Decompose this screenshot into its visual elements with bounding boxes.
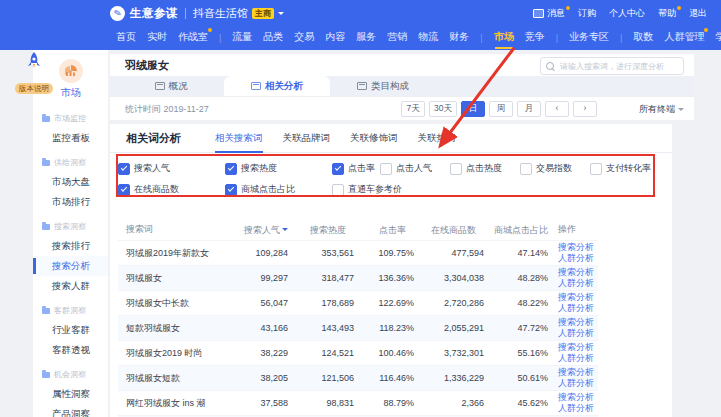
keyword-tab[interactable]: 概况 (118, 76, 224, 96)
nav-item[interactable]: 财务 (449, 26, 469, 50)
related-word-tab[interactable]: 关联修饰词 (350, 124, 398, 152)
metric-filter-item[interactable]: 点击热度 (450, 162, 520, 175)
filter-checkbox[interactable] (118, 163, 130, 175)
keyword-tab[interactable]: 相关分析 (224, 76, 330, 96)
range-button[interactable]: 日 (461, 101, 485, 117)
column-header[interactable]: 点击率 (364, 218, 424, 241)
nav-item[interactable]: 学院 (715, 26, 721, 50)
metric-filter-item[interactable]: 点击人气 (380, 162, 450, 175)
column-header[interactable]: 在线商品数 (424, 218, 494, 241)
header-link[interactable]: 个人中心 (609, 7, 645, 20)
sidebar-item[interactable]: 市场大盘 (33, 172, 108, 192)
related-word-tab[interactable]: 相关搜索词 (215, 124, 263, 152)
nav-item[interactable]: 流量 (232, 26, 252, 50)
board-icon (251, 82, 261, 90)
metric-filter-item[interactable]: 直通车参考价 (332, 183, 439, 196)
sort-icon[interactable] (282, 221, 288, 234)
nav-item[interactable]: 作战室 (178, 26, 208, 50)
action-link[interactable]: 搜索分析 (558, 392, 598, 403)
sidebar-item[interactable]: 搜索排行 (33, 236, 108, 256)
next-button[interactable]: › (573, 101, 597, 117)
filter-checkbox[interactable] (118, 184, 130, 196)
action-link[interactable]: 搜索分析 (558, 242, 598, 253)
sort-icon[interactable] (550, 221, 556, 234)
filter-checkbox[interactable] (450, 163, 462, 175)
sort-icon[interactable] (478, 221, 484, 234)
sidebar-item[interactable]: 行业客群 (33, 320, 108, 340)
range-button[interactable]: 7天 (401, 101, 425, 117)
nav-item[interactable]: 首页 (116, 26, 136, 50)
sidebar-item[interactable]: 监控看板 (33, 128, 108, 148)
nav-item[interactable]: 竞争 (525, 26, 545, 50)
action-link[interactable]: 人群分析 (558, 328, 598, 339)
action-link[interactable]: 人群分析 (558, 303, 598, 314)
filter-checkbox[interactable] (225, 184, 237, 196)
action-link[interactable]: 搜索分析 (558, 292, 598, 303)
sort-icon[interactable] (348, 221, 354, 234)
related-word-tab[interactable]: 关联品牌词 (283, 124, 331, 152)
metric-filter-item[interactable]: 搜索热度 (225, 162, 332, 175)
column-header[interactable]: 搜索人气 (236, 218, 298, 241)
nav-item[interactable]: 实时 (147, 26, 167, 50)
metric-filter-item[interactable]: 在线商品数 (118, 183, 225, 196)
nav-item[interactable]: 品类 (263, 26, 283, 50)
header-link[interactable]: 帮助 (658, 7, 676, 20)
notification-dot-icon (566, 6, 570, 10)
sidebar-item[interactable]: 产品洞察 (33, 404, 108, 417)
column-header[interactable]: 搜索热度 (298, 218, 364, 241)
chevron-down-icon[interactable] (278, 12, 284, 18)
nav-item[interactable]: 营销 (387, 26, 407, 50)
prev-button[interactable]: ‹ (545, 101, 569, 117)
sidebar-item[interactable]: 搜索人群 (33, 276, 108, 296)
store-name: 抖音生活馆 (193, 6, 248, 21)
sidebar-item[interactable]: 搜索分析 (33, 256, 108, 276)
nav-item[interactable]: 业务专区 (569, 26, 609, 50)
column-header[interactable]: 商城点击占比 (494, 218, 558, 241)
version-notes-float[interactable]: 版本说明 (10, 51, 58, 95)
sidebar-item[interactable]: 属性洞察 (33, 384, 108, 404)
metric-filter-item[interactable]: 搜索人气 (118, 162, 225, 175)
sidebar-item[interactable]: 市场排行 (33, 192, 108, 212)
action-link[interactable]: 人群分析 (558, 403, 598, 414)
sort-icon[interactable] (408, 221, 414, 234)
header-link[interactable]: 退出 (689, 7, 707, 20)
filter-checkbox[interactable] (332, 163, 344, 175)
keyword-tab[interactable]: 类目构成 (330, 76, 436, 96)
action-links: 搜索分析人群分析 (558, 367, 598, 389)
value-cell: 318,477 (298, 266, 364, 291)
range-button[interactable]: 月 (517, 101, 541, 117)
action-link[interactable]: 搜索分析 (558, 342, 598, 353)
action-link[interactable]: 人群分析 (558, 253, 598, 264)
action-link[interactable]: 搜索分析 (558, 367, 598, 378)
filter-checkbox[interactable] (380, 163, 392, 175)
nav-item[interactable]: 人群管理 (664, 26, 704, 50)
metric-filter-item[interactable]: 交易指数 (520, 162, 590, 175)
action-link[interactable]: 搜索分析 (558, 267, 598, 278)
terminal-filter-dropdown[interactable]: 所有终端 (639, 103, 684, 116)
sidebar-item[interactable]: 客群透视 (33, 340, 108, 360)
action-link[interactable]: 人群分析 (558, 353, 598, 364)
range-button[interactable]: 30天 (429, 101, 457, 117)
range-button[interactable]: 周 (489, 101, 513, 117)
nav-item[interactable]: 物流 (418, 26, 438, 50)
metric-filter-item[interactable]: 商城点击占比 (225, 183, 332, 196)
action-link[interactable]: 人群分析 (558, 378, 598, 389)
nav-item[interactable]: 取数 (633, 26, 653, 50)
action-link[interactable]: 人群分析 (558, 278, 598, 289)
action-link[interactable]: 搜索分析 (558, 317, 598, 328)
nav-item[interactable]: 服务 (356, 26, 376, 50)
header-link[interactable]: 订购 (578, 7, 596, 20)
filter-checkbox[interactable] (590, 163, 602, 175)
nav-item[interactable]: 交易 (294, 26, 314, 50)
nav-item[interactable]: 内容 (325, 26, 345, 50)
nav-item[interactable]: 市场 (494, 26, 514, 50)
version-notes-badge[interactable]: 版本说明 (15, 83, 53, 94)
metric-filter-item[interactable]: 点击率 (332, 162, 380, 175)
header-link[interactable]: 消息 (533, 7, 565, 20)
related-word-tab[interactable]: 关联热词 (418, 124, 456, 152)
search-input[interactable] (558, 61, 678, 72)
filter-checkbox[interactable] (332, 184, 344, 196)
filter-checkbox[interactable] (225, 163, 237, 175)
metric-filter-item[interactable]: 支付转化率 (590, 162, 660, 175)
filter-checkbox[interactable] (520, 163, 532, 175)
